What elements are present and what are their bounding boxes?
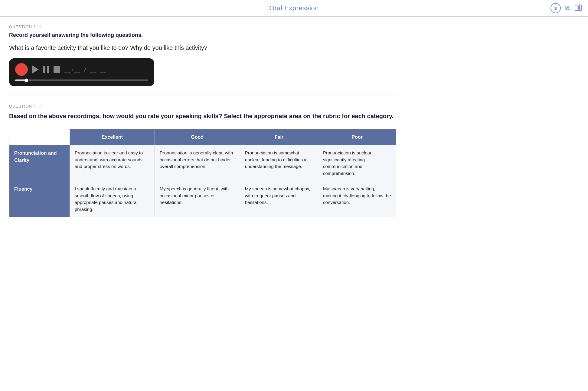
table-row: Pronunciation and Clarity Pronunciation …	[9, 145, 396, 181]
audio-recorder: __:__ / __:__	[9, 58, 154, 86]
record-button[interactable]	[15, 63, 28, 76]
star-icon-q3[interactable]: ☆	[38, 24, 43, 30]
row-header-fluency[interactable]: Fluency	[9, 181, 70, 217]
email-icon[interactable]: ✉	[565, 4, 570, 12]
table-row: Fluency I speak fluently and maintain a …	[9, 181, 396, 217]
main-content: QUESTION 3 ☆ Record yourself answering t…	[0, 17, 405, 225]
pronunciation-good[interactable]: Pronunciation is generally clear, with o…	[155, 145, 240, 181]
fluency-good[interactable]: My speech is generally fluent, with occa…	[155, 181, 240, 217]
header-actions: 3 ✉	[550, 3, 582, 13]
progress-handle	[24, 79, 28, 82]
pronunciation-poor[interactable]: Pronunciation is unclear, significantly …	[318, 145, 396, 181]
question4-label: QUESTION 4 ☆	[9, 103, 396, 109]
col-header-good: Good	[155, 129, 240, 145]
col-header-excellent: Excellent	[70, 129, 155, 145]
trash-icon[interactable]	[575, 3, 582, 13]
question4-section: QUESTION 4 ☆ Based on the above recordin…	[9, 103, 396, 217]
rubric-table: Excellent Good Fair Poor Pronunc	[9, 129, 396, 217]
rubric-empty-header	[9, 129, 70, 145]
question4-text: Based on the above recordings, how would…	[9, 111, 396, 121]
fluency-fair[interactable]: My speech is somewhat choppy, with frequ…	[240, 181, 318, 217]
progress-bar[interactable]	[15, 79, 148, 81]
page-title: Oral Expression	[269, 4, 319, 12]
row-header-pronunciation[interactable]: Pronunciation and Clarity	[9, 145, 70, 181]
page-header: Oral Expression 3 ✉	[0, 0, 588, 17]
question-number-badge: 3	[550, 3, 561, 13]
pronunciation-fair[interactable]: Pronunciation is somewhat unclear, leadi…	[240, 145, 318, 181]
pronunciation-excellent[interactable]: Pronunciation is clear and easy to under…	[70, 145, 155, 181]
stop-button[interactable]	[54, 66, 60, 73]
col-header-fair: Fair	[240, 129, 318, 145]
col-header-poor: Poor	[318, 129, 396, 145]
section-divider	[9, 95, 396, 95]
time-display: __:__ / __:__	[64, 67, 106, 73]
question3-instruction: Record yourself answering the following …	[9, 32, 396, 38]
question3-section: QUESTION 3 ☆ Record yourself answering t…	[9, 24, 396, 86]
question3-label: QUESTION 3 ☆	[9, 24, 396, 30]
progress-fill	[15, 79, 26, 81]
play-button[interactable]	[32, 65, 39, 74]
star-icon-q4[interactable]: ☆	[38, 103, 43, 109]
audio-controls: __:__ / __:__	[15, 63, 148, 76]
fluency-excellent[interactable]: I speak fluently and maintain a smooth f…	[70, 181, 155, 217]
question3-text: What is a favorite activity that you lik…	[9, 43, 396, 52]
fluency-poor[interactable]: My speech is very halting, making it cha…	[318, 181, 396, 217]
pause-button[interactable]	[43, 66, 49, 73]
